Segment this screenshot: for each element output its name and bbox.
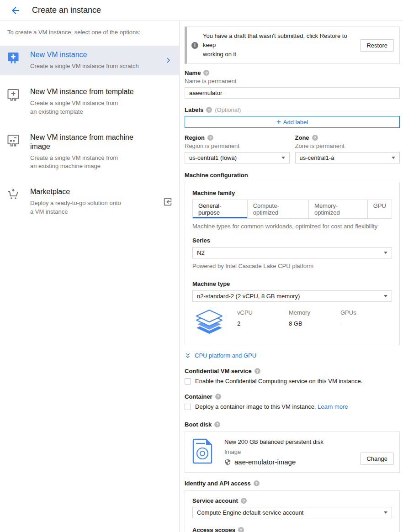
tab-gpu[interactable]: GPU	[367, 200, 392, 219]
machine-image-icon	[7, 134, 19, 147]
sidebar-item-marketplace[interactable]: Marketplace Deploy a ready-to-go solutio…	[0, 183, 179, 221]
expand-more-double-icon	[185, 353, 191, 359]
vm-template-icon	[7, 88, 19, 102]
labels-section: Labels ? (Optional) + Add label	[185, 106, 400, 128]
boot-disk-title: New 200 GB balanced persistent disk	[224, 438, 360, 445]
region-sublabel: Region is permanent	[185, 142, 290, 149]
sidebar-item-new-vm-instance[interactable]: New VM instance Create a single VM insta…	[0, 46, 179, 75]
change-boot-disk-button[interactable]: Change	[360, 453, 394, 465]
region-label: Region	[185, 134, 205, 141]
memory-value: 8 GB	[289, 320, 340, 327]
add-label-button[interactable]: + Add label	[185, 116, 400, 128]
container-checkbox[interactable]	[185, 404, 191, 410]
name-label: Name	[185, 69, 201, 76]
sidebar-intro: To create a VM instance, select one of t…	[0, 21, 179, 36]
caret-down-icon	[384, 252, 387, 254]
machine-type-dropdown[interactable]: n2-standard-2 (2 vCPU, 8 GB memory)	[192, 290, 392, 302]
region-dropdown[interactable]: us-central1 (Iowa)	[185, 152, 290, 163]
machine-family-tabs: General-purpose Compute-optimized Memory…	[192, 200, 392, 219]
marketplace-cart-icon	[7, 188, 19, 202]
service-account-dropdown[interactable]: Compute Engine default service account	[192, 507, 392, 518]
vm-instance-icon	[7, 51, 19, 65]
help-icon[interactable]: ?	[207, 135, 213, 141]
name-sublabel: Name is permanent	[185, 78, 400, 84]
container-label: Container	[185, 393, 212, 400]
access-scopes-label: Access scopes	[192, 527, 235, 532]
identity-api-label: Identity and API access	[185, 480, 251, 487]
region-section: Region ? Region is permanent us-central1…	[185, 134, 290, 163]
tab-memory-optimized[interactable]: Memory-optimized	[308, 200, 368, 219]
labels-label: Labels	[185, 106, 203, 113]
name-section: Name ? Name is permanent	[185, 69, 400, 99]
vcpu-value: 2	[237, 320, 289, 327]
help-icon[interactable]: ?	[203, 70, 209, 76]
info-icon: i	[191, 42, 198, 49]
create-options-sidebar: To create a VM instance, select one of t…	[0, 21, 180, 532]
help-icon[interactable]: ?	[214, 421, 220, 427]
sidebar-item-title: Marketplace	[30, 187, 163, 196]
restore-button[interactable]: Restore	[360, 39, 394, 52]
machine-configuration-label: Machine configuration	[185, 172, 248, 179]
draft-banner: i You have a draft that wasn't submitted…	[185, 26, 400, 64]
create-instance-form: i You have a draft that wasn't submitted…	[180, 21, 403, 532]
labels-optional: (Optional)	[215, 106, 241, 113]
machine-type-label: Machine type	[192, 280, 230, 287]
caret-down-icon	[281, 157, 285, 159]
sidebar-item-new-vm-from-machine-image[interactable]: New VM instance from machine image Creat…	[0, 128, 179, 176]
machine-configuration-section: Machine configuration Machine family Gen…	[185, 171, 400, 345]
sidebar-item-title: New VM instance from machine image	[30, 133, 173, 151]
machine-type-specs: vCPU 2 Memory 8 GB GPUs -	[192, 309, 392, 336]
sidebar-item-subtitle: Create a single VM instance from scratch	[30, 62, 164, 71]
container-section: Container ? Deploy a container image to …	[185, 393, 400, 410]
series-label: Series	[192, 237, 210, 244]
confidential-checkbox[interactable]	[185, 378, 191, 385]
series-dropdown[interactable]: N2	[192, 247, 392, 258]
help-icon[interactable]: ?	[254, 480, 260, 486]
boot-disk-section: Boot disk ? New 200 GB balanced persiste…	[185, 421, 400, 473]
service-account-label: Service account	[192, 497, 238, 504]
confidential-vm-section: Confidential VM service ? Enable the Con…	[185, 368, 400, 385]
sidebar-item-title: New VM instance from template	[30, 87, 173, 96]
page-title: Create an instance	[32, 5, 101, 15]
identity-api-section: Identity and API access ? Service accoun…	[185, 480, 400, 532]
gpus-header: GPUs	[340, 309, 392, 316]
chevron-right-icon	[164, 56, 173, 64]
help-icon[interactable]: ?	[206, 107, 212, 113]
confidential-vm-label: Confidential VM service	[185, 368, 252, 374]
tab-compute-optimized[interactable]: Compute-optimized	[247, 200, 309, 219]
exit-to-app-icon	[163, 197, 173, 207]
help-icon[interactable]: ?	[215, 394, 221, 400]
shield-icon	[224, 458, 231, 466]
cpu-platform-gpu-link[interactable]: CPU platform and GPU	[185, 352, 400, 359]
help-icon[interactable]: ?	[241, 498, 247, 504]
caret-down-icon	[392, 157, 395, 159]
zone-sublabel: Zone is permanent	[295, 142, 400, 149]
help-icon[interactable]: ?	[255, 368, 260, 374]
draft-banner-text: You have a draft that wasn't submitted, …	[203, 32, 360, 59]
machine-family-description: Machine types for common workloads, opti…	[192, 223, 392, 230]
boot-disk-icon	[192, 438, 213, 464]
help-icon[interactable]: ?	[312, 135, 318, 141]
help-icon[interactable]: ?	[238, 527, 244, 532]
caret-down-icon	[384, 511, 387, 514]
boot-disk-label: Boot disk	[185, 421, 212, 428]
zone-section: Zone ? Zone is permanent us-central1-a	[295, 134, 400, 163]
sidebar-item-new-vm-from-template[interactable]: New VM instance from template Create a s…	[0, 83, 179, 121]
confidential-checkbox-label: Enable the Confidential Computing servic…	[195, 378, 362, 385]
tab-general-purpose[interactable]: General-purpose	[192, 200, 248, 219]
sidebar-item-subtitle: Create a single VM instance from an exis…	[30, 99, 173, 116]
learn-more-link[interactable]: Learn more	[318, 403, 348, 410]
caret-down-icon	[384, 295, 387, 297]
layers-icon	[193, 309, 225, 336]
zone-dropdown[interactable]: us-central1-a	[295, 152, 400, 163]
name-input[interactable]	[185, 87, 400, 99]
container-checkbox-label: Deploy a container image to this VM inst…	[195, 403, 316, 410]
zone-label: Zone	[295, 134, 309, 141]
boot-disk-image-label: Image	[224, 448, 360, 455]
sidebar-item-title: New VM instance	[30, 50, 164, 59]
plus-icon: +	[276, 118, 281, 126]
page-header: Create an instance	[0, 0, 403, 21]
sidebar-item-subtitle: Create a single VM instance from an exis…	[30, 154, 173, 171]
back-arrow-icon[interactable]	[10, 5, 21, 16]
gpus-value: -	[340, 320, 392, 327]
